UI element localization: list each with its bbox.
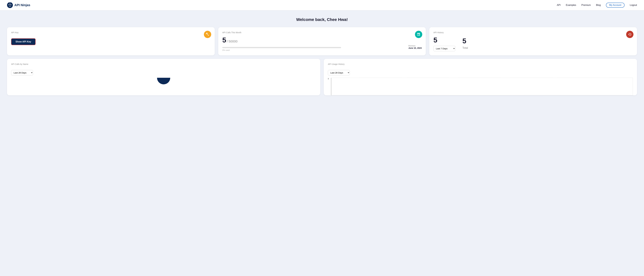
chart-plot-area xyxy=(331,78,633,95)
nav-logout[interactable]: Logout xyxy=(630,4,637,6)
percent-used: 0% used xyxy=(222,49,405,51)
top-cards: API Key Show API Key API Calls This Mont… xyxy=(7,27,637,55)
svg-rect-3 xyxy=(10,3,10,3)
calls-by-name-select[interactable]: Last 28 Days Last 7 Days Last 90 Days xyxy=(11,70,33,76)
history-icon xyxy=(626,31,634,38)
nav-my-account[interactable]: My Account xyxy=(606,3,624,8)
nav-links: API Examples Premium Blog My Account Log… xyxy=(557,3,637,8)
bottom-cards: API Calls by Name Last 28 Days Last 7 Da… xyxy=(7,59,637,95)
nav-premium[interactable]: Premium xyxy=(581,4,591,6)
svg-point-2 xyxy=(10,4,11,5)
renews-date: June 10, 2023 xyxy=(408,47,422,49)
usage-history-select[interactable]: Last 28 Days Last 7 Days Last 90 Days xyxy=(328,70,350,76)
renews-label: Renews: xyxy=(408,45,422,47)
show-api-key-button[interactable]: Show API Key xyxy=(12,39,35,45)
show-key-wrapper: Show API Key xyxy=(11,38,36,45)
chart-y-label: 8 xyxy=(328,78,329,80)
api-calls-card: API Calls This Month 5 / 50000 0% used xyxy=(218,27,426,55)
calls-by-name-label: API Calls by Name xyxy=(11,63,316,65)
usage-history-label: API Usage History xyxy=(328,63,633,65)
svg-point-1 xyxy=(9,4,10,5)
calls-limit: / 50000 xyxy=(227,40,238,43)
logo: API Ninjas xyxy=(7,2,30,8)
api-key-label: API Key xyxy=(11,31,210,34)
navbar: API Ninjas API Examples Premium Blog My … xyxy=(0,0,644,10)
line-chart-area: 8 xyxy=(328,78,633,95)
nav-api[interactable]: API xyxy=(557,4,560,6)
api-key-card: API Key Show API Key xyxy=(7,27,215,55)
usage-history-card: API Usage History Last 28 Days Last 7 Da… xyxy=(324,59,637,95)
calls-by-name-card: API Calls by Name Last 28 Days Last 7 Da… xyxy=(7,59,320,95)
nav-blog[interactable]: Blog xyxy=(596,4,601,6)
pie-chart xyxy=(157,78,170,84)
api-history-label: API History xyxy=(434,31,633,34)
progress-bar xyxy=(222,47,341,48)
brand-name: API Ninjas xyxy=(14,3,30,7)
nav-examples[interactable]: Examples xyxy=(566,4,576,6)
calendar-icon xyxy=(415,31,422,38)
api-calls-label: API Calls This Month xyxy=(222,31,422,34)
welcome-message: Welcome back, Chee Hwa! xyxy=(7,17,637,22)
history-total-count: 5 xyxy=(462,37,468,45)
api-history-card: API History 5 Last 7 Days Last 28 Days L… xyxy=(429,27,637,55)
history-nums: 5 Last 7 Days Last 28 Days Last 90 Days … xyxy=(434,36,633,51)
key-icon xyxy=(204,31,211,38)
history-period-count: 5 xyxy=(434,36,455,44)
logo-icon xyxy=(7,2,13,8)
main-content: Welcome back, Chee Hwa! API Key Show API… xyxy=(0,10,644,95)
pie-chart-area xyxy=(11,76,316,88)
calls-count: 5 xyxy=(222,36,226,44)
history-total-label: Total xyxy=(462,46,468,50)
history-period-select[interactable]: Last 7 Days Last 28 Days Last 90 Days xyxy=(434,46,455,51)
